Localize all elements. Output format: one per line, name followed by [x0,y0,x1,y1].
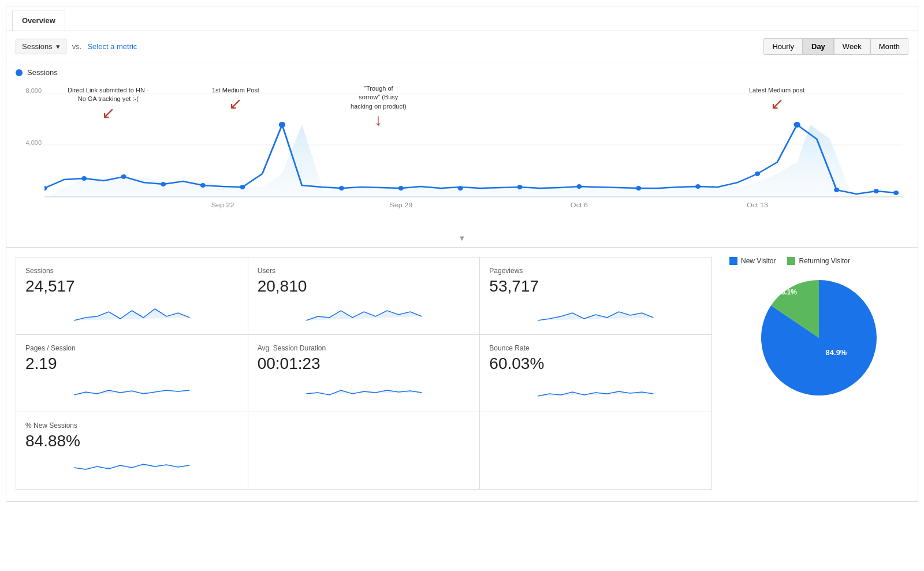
svg-text:15.1%: 15.1% [777,288,797,296]
svg-point-11 [398,186,404,191]
svg-point-4 [81,176,87,181]
metric-pps-sparkline [25,378,239,401]
chart-area: Sessions 8,000 4,000 Direct Link submitt… [6,62,918,247]
overview-tab[interactable]: Overview [12,10,65,31]
metric-users-sparkline [258,300,471,323]
metric-dropdown-label: Sessions [22,42,53,51]
pie-new-label: New Visitor [741,257,776,265]
svg-point-13 [517,185,522,189]
y-label-8000: 8,000 [16,87,42,94]
metric-bounce-label: Bounce Rate [489,344,702,352]
metrics-bottom-row: Pages / Session 2.19 Avg. Session Durati… [16,335,712,412]
toolbar-left: Sessions ▾ vs. Select a metric [16,39,137,54]
metric-pageviews: Pageviews 53,717 [480,257,712,335]
metric-sessions: Sessions 24,517 [16,257,248,335]
metric-sessions-value: 24,517 [25,277,239,296]
pie-chart-svg: 84.9% 15.1% [755,274,882,401]
bottom-spacer [6,490,918,501]
pie-legend-returning: Returning Visitor [787,257,850,265]
pie-section: New Visitor Returning Visitor [712,257,908,490]
tab-bar: Overview [6,6,918,31]
y-label-4000: 4,000 [16,139,42,146]
metrics-grid-container: Sessions 24,517 Users 20,810 Pagevie [16,257,712,490]
time-buttons: Hourly Day Week Month [763,38,908,55]
pie-returning-color [787,257,795,265]
pie-new-color [729,257,737,265]
metric-empty-2 [480,412,712,490]
metric-pageviews-label: Pageviews [489,267,702,275]
svg-point-21 [893,191,899,195]
svg-text:Oct 6: Oct 6 [571,201,588,208]
metric-avg-duration: Avg. Session Duration 00:01:23 [248,335,480,412]
svg-point-17 [755,171,760,176]
metric-ns-value: 84.88% [25,432,239,450]
svg-point-15 [636,186,641,191]
metric-users: Users 20,810 [248,257,480,335]
select-metric-link[interactable]: Select a metric [87,42,137,51]
svg-point-6 [161,182,166,186]
metric-empty-1 [248,412,480,490]
svg-text:Oct 13: Oct 13 [747,201,768,208]
metric-pageviews-sparkline [489,300,702,323]
metric-avg-sparkline [258,378,471,401]
svg-text:Sep 29: Sep 29 [389,201,412,208]
svg-point-19 [834,188,839,192]
svg-point-7 [200,183,206,188]
metric-bounce-value: 60.03% [489,354,702,373]
metric-bounce-sparkline [489,378,702,401]
metric-dropdown[interactable]: Sessions ▾ [16,39,66,54]
metrics-top-row: Sessions 24,517 Users 20,810 Pagevie [16,257,712,335]
chart-container: 8,000 4,000 Direct Link submitted to HN … [16,81,908,232]
toolbar: Sessions ▾ vs. Select a metric Hourly Da… [6,31,918,62]
svg-point-20 [874,189,879,193]
time-btn-day[interactable]: Day [803,38,834,55]
metrics-section: Sessions 24,517 Users 20,810 Pagevie [6,248,918,490]
svg-point-12 [458,186,463,191]
metric-ns-sparkline [25,455,239,478]
pie-chart-container: 84.9% 15.1% [729,274,908,401]
legend-label: Sessions [27,68,58,77]
time-btn-week[interactable]: Week [834,38,870,55]
legend-dot [16,69,23,76]
svg-text:84.9%: 84.9% [826,348,847,357]
metric-ns-label: % New Sessions [25,421,239,430]
chart-svg: Sep 22 Sep 29 Oct 6 Oct 13 [44,93,903,208]
pie-legend-new: New Visitor [729,257,776,265]
pie-legend: New Visitor Returning Visitor [729,257,908,265]
metric-pageviews-value: 53,717 [489,277,702,296]
metric-pps-label: Pages / Session [25,344,239,352]
page-wrapper: Overview Sessions ▾ vs. Select a metric … [6,6,918,502]
time-btn-hourly[interactable]: Hourly [763,38,803,55]
svg-text:Sep 22: Sep 22 [211,201,234,208]
metric-pages-per-session: Pages / Session 2.19 [16,335,248,412]
svg-point-9 [279,122,285,128]
metric-avg-value: 00:01:23 [258,354,471,373]
svg-point-5 [121,174,126,179]
vs-label: vs. [72,42,82,51]
metric-pps-value: 2.19 [25,354,239,373]
metrics-last-row: % New Sessions 84.88% [16,412,712,490]
svg-point-14 [576,184,582,189]
svg-point-16 [695,184,701,189]
dropdown-arrow-icon: ▾ [56,42,60,51]
metric-bounce-rate: Bounce Rate 60.03% [480,335,712,412]
svg-point-18 [793,122,800,128]
svg-point-10 [339,186,344,191]
scroll-indicator[interactable]: ▼ [16,232,908,247]
metric-sessions-label: Sessions [25,267,239,275]
metric-users-value: 20,810 [258,277,471,296]
pie-returning-label: Returning Visitor [799,257,850,265]
svg-point-8 [240,185,245,189]
chart-legend: Sessions [16,68,908,77]
metric-new-sessions: % New Sessions 84.88% [16,412,248,490]
metric-sessions-sparkline [25,300,239,323]
time-btn-month[interactable]: Month [870,38,908,55]
metric-avg-label: Avg. Session Duration [258,344,471,352]
metric-users-label: Users [258,267,471,275]
